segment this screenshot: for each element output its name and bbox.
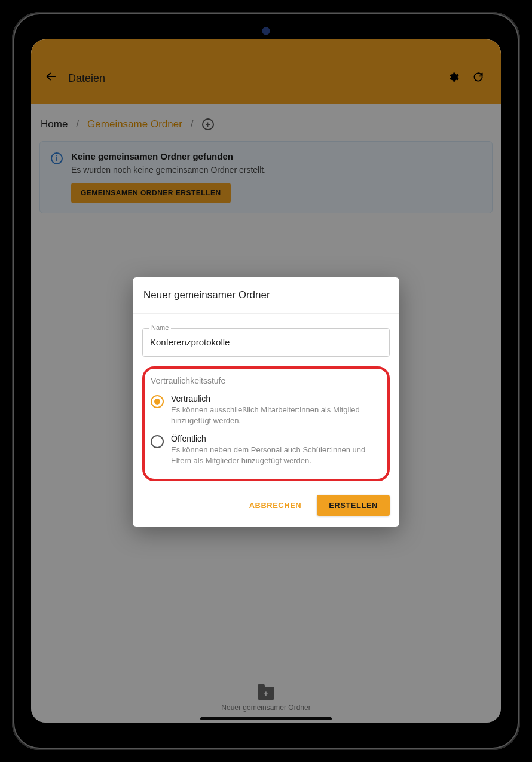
create-button[interactable]: ERSTELLEN: [317, 495, 390, 516]
radio-icon[interactable]: [151, 395, 164, 408]
radio-confidential[interactable]: Vertraulich Es können ausschließlich Mit…: [149, 391, 383, 432]
radio-desc: Es können neben dem Personal auch Schüle…: [171, 445, 381, 466]
camera-dot: [259, 25, 273, 38]
radio-title: Vertraulich: [171, 394, 381, 403]
name-input[interactable]: [150, 337, 382, 347]
tablet-frame: Dateien Home / Gemeinsame Ordner: [12, 12, 520, 750]
cancel-button[interactable]: ABBRECHEN: [241, 495, 310, 516]
modal-actions: ABBRECHEN ERSTELLEN: [133, 486, 399, 527]
modal-body: Name Vertraulichkeitsstufe Vertraulich E…: [133, 314, 399, 486]
modal-title: Neuer gemeinsamer Ordner: [133, 277, 399, 314]
radio-icon[interactable]: [151, 435, 164, 448]
radio-public[interactable]: Öffentlich Es können neben dem Personal …: [149, 432, 383, 472]
name-label: Name: [149, 324, 171, 331]
confidentiality-label: Vertraulichkeitsstufe: [151, 376, 381, 385]
radio-title: Öffentlich: [171, 434, 381, 443]
radio-desc: Es können ausschließlich Mitarbeiter:inn…: [171, 405, 381, 426]
name-field[interactable]: Name: [142, 328, 390, 357]
confidentiality-group: Vertraulichkeitsstufe Vertraulich Es kön…: [142, 366, 390, 481]
new-folder-modal: Neuer gemeinsamer Ordner Name Vertraulic…: [133, 277, 399, 527]
screen: Dateien Home / Gemeinsame Ordner: [31, 39, 501, 723]
